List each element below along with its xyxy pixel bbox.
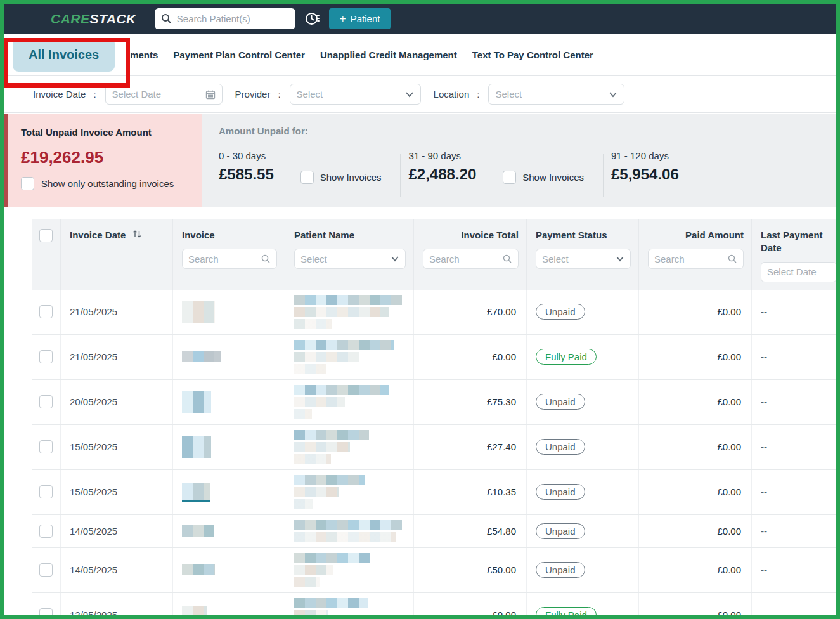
payment-status-cell: Unpaid — [527, 290, 639, 334]
redacted-patient-name — [294, 553, 370, 587]
invoice-date-cell: 14/05/2025 — [61, 548, 173, 592]
last-payment-date-cell: -- — [752, 425, 836, 469]
patient-name-cell[interactable] — [285, 425, 414, 469]
patient-name-cell[interactable] — [285, 470, 414, 514]
payment-status-select[interactable]: Select — [536, 249, 631, 269]
column-invoice: Invoice — [173, 219, 285, 290]
invoice-search-input[interactable] — [182, 249, 277, 269]
paid-amount-cell: £0.00 — [639, 593, 752, 619]
redacted-patient-name — [294, 475, 365, 509]
patient-name-cell[interactable] — [285, 290, 414, 334]
redacted-patient-name — [294, 385, 389, 419]
total-unpaid-label: Total Unpaid Invoice Amount — [21, 127, 190, 138]
patient-name-cell[interactable] — [285, 593, 414, 619]
redacted-patient-name — [294, 340, 394, 374]
location-filter-label: Location — [434, 89, 470, 100]
invoice-date-cell: 13/05/2025 — [61, 593, 173, 619]
location-filter-select[interactable]: Select — [488, 84, 624, 105]
paid-amount-search-input[interactable] — [648, 249, 744, 269]
aging-bucket-0-30: 0 - 30 days £585.55 — [219, 150, 274, 183]
invoice-number-cell[interactable] — [173, 470, 285, 514]
status-badge: Fully Paid — [536, 607, 597, 619]
outstanding-only-checkbox[interactable] — [21, 177, 34, 190]
patient-name-cell[interactable] — [285, 335, 414, 379]
total-unpaid-amount: £19,262.95 — [21, 148, 190, 167]
invoice-number-cell[interactable] — [173, 290, 285, 334]
patient-search-box[interactable] — [155, 8, 295, 29]
last-payment-date-cell: -- — [752, 380, 836, 424]
tab-text-to-pay-control-center[interactable]: Text To Pay Control Center — [472, 49, 593, 60]
payment-status-cell: Fully Paid — [527, 335, 639, 379]
column-invoice-total: Invoice Total — [414, 219, 527, 290]
status-badge: Fully Paid — [536, 349, 597, 365]
invoice-total-cell: £70.00 — [414, 290, 527, 334]
row-checkbox[interactable] — [39, 305, 53, 318]
tab-all-invoices[interactable]: All Invoices — [13, 38, 115, 72]
table-row: 21/05/2025 £70.00 Unpaid £0.00 -- — [32, 290, 836, 335]
patient-name-select[interactable]: Select — [294, 249, 406, 269]
app-window: CARESTACK + Patient All Invoices ments P… — [0, 0, 840, 619]
redacted-patient-name — [294, 598, 368, 619]
table-row: 15/05/2025 £10.35 Unpaid £0.00 -- — [32, 470, 836, 515]
add-patient-button[interactable]: + Patient — [329, 8, 391, 29]
unpaid-summary: Total Unpaid Invoice Amount £19,262.95 S… — [4, 114, 836, 207]
status-badge: Unpaid — [536, 523, 585, 539]
tab-unapplied-credit-management[interactable]: Unapplied Credit Management — [320, 49, 457, 60]
provider-filter-select[interactable]: Select — [290, 84, 421, 105]
paid-amount-cell: £0.00 — [639, 470, 752, 514]
status-badge: Unpaid — [536, 562, 585, 578]
show-invoices-checkbox-0-30[interactable] — [300, 171, 314, 184]
invoice-total-search-input[interactable] — [423, 249, 519, 269]
row-checkbox[interactable] — [39, 440, 53, 453]
divider — [400, 154, 401, 197]
search-icon — [502, 254, 512, 264]
invoice-date-filter-label: Invoice Date — [33, 89, 86, 100]
pending-items-icon[interactable] — [304, 11, 320, 27]
search-patient-input[interactable] — [177, 13, 303, 24]
top-bar: CARESTACK + Patient — [4, 4, 836, 34]
last-payment-date-filter[interactable]: Select Date — [761, 262, 837, 282]
redacted-invoice-number — [182, 525, 214, 537]
invoice-number-cell[interactable] — [173, 515, 285, 547]
patient-name-cell[interactable] — [285, 515, 414, 547]
last-payment-date-cell: -- — [752, 515, 836, 547]
select-all-checkbox[interactable] — [39, 229, 53, 242]
row-checkbox[interactable] — [39, 350, 53, 363]
show-invoices-checkbox-31-90[interactable] — [503, 171, 516, 184]
invoice-date-filter[interactable]: Select Date — [105, 84, 223, 105]
search-icon — [727, 254, 737, 264]
patient-name-cell[interactable] — [285, 380, 414, 424]
invoice-date-cell: 15/05/2025 — [61, 425, 173, 469]
invoice-total-cell: £0.00 — [414, 335, 527, 379]
column-invoice-date: Invoice Date — [61, 219, 173, 290]
table-row: 20/05/2025 £75.30 Unpaid £0.00 -- — [32, 380, 836, 425]
invoice-number-cell[interactable] — [173, 335, 285, 379]
provider-filter-label: Provider — [235, 89, 271, 100]
redacted-patient-name — [294, 430, 369, 464]
aging-amount: £2,488.20 — [408, 166, 476, 183]
row-checkbox[interactable] — [39, 395, 53, 408]
paid-amount-cell: £0.00 — [639, 548, 752, 592]
payment-status-cell: Unpaid — [527, 425, 639, 469]
row-checkbox[interactable] — [39, 485, 53, 498]
invoice-number-cell[interactable] — [173, 380, 285, 424]
table-row: 21/05/2025 £0.00 Fully Paid £0.00 -- — [32, 335, 836, 380]
redacted-invoice-number — [182, 483, 210, 502]
row-checkbox[interactable] — [39, 525, 53, 538]
invoice-number-cell[interactable] — [173, 548, 285, 592]
redacted-invoice-number — [182, 391, 211, 413]
row-checkbox[interactable] — [39, 563, 53, 577]
invoice-number-cell[interactable] — [173, 593, 285, 619]
aging-amount: £585.55 — [219, 166, 274, 183]
invoice-date-cell: 15/05/2025 — [61, 470, 173, 514]
sort-icon[interactable] — [132, 230, 142, 240]
row-checkbox[interactable] — [39, 608, 53, 619]
tab-payments[interactable]: ments — [130, 49, 158, 60]
status-badge: Unpaid — [536, 484, 585, 500]
column-payment-status: Payment Status Select — [527, 219, 639, 290]
last-payment-date-cell: -- — [752, 290, 836, 334]
invoice-number-cell[interactable] — [173, 425, 285, 469]
patient-name-cell[interactable] — [285, 548, 414, 592]
invoice-total-cell: £27.40 — [414, 425, 527, 469]
tab-payment-plan-control-center[interactable]: Payment Plan Control Center — [173, 49, 305, 60]
